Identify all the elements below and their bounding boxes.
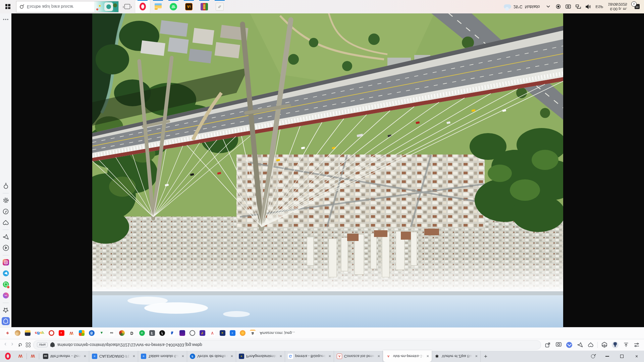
bookmark-youtube[interactable]: ▸ xyxy=(59,330,64,336)
tab-close-icon[interactable]: × xyxy=(474,354,478,359)
tab-google-search[interactable]: G pereira - Búsqueda de × xyxy=(285,351,334,362)
bookmark-favicon[interactable]: ≡ xyxy=(230,330,235,336)
my-flow-icon[interactable] xyxy=(576,343,584,348)
profile-avatar[interactable] xyxy=(611,342,619,348)
forward-button[interactable]: › xyxy=(10,342,14,348)
back-button[interactable]: ‹ xyxy=(3,342,7,348)
url-text[interactable]: arriendo.com/wp-content/uploads/2021/11/… xyxy=(57,343,202,347)
bookmark-favicon[interactable] xyxy=(25,330,31,336)
settings-gear-icon[interactable] xyxy=(2,196,10,204)
messenger-icon[interactable] xyxy=(2,292,10,300)
tray-display-icon[interactable] xyxy=(563,0,573,13)
tray-record-icon[interactable] xyxy=(553,0,563,13)
my-flow-plane-icon[interactable] xyxy=(2,233,10,241)
tab-close-icon[interactable]: × xyxy=(279,354,283,359)
image-viewer[interactable] xyxy=(11,13,644,327)
star-icon[interactable] xyxy=(2,306,10,314)
bookmark-heart-icon[interactable] xyxy=(587,343,595,348)
snapshot-camera-icon[interactable] xyxy=(554,343,562,348)
search-highlight-art[interactable] xyxy=(94,1,118,12)
history-clock-icon[interactable] xyxy=(2,207,10,216)
taskbar-app-file-explorer[interactable] xyxy=(150,0,166,13)
task-view-button[interactable] xyxy=(119,0,135,13)
start-page-icon[interactable] xyxy=(26,343,31,347)
player-icon[interactable] xyxy=(2,244,10,252)
pinned-tab-wplay-2[interactable]: W xyxy=(28,351,38,362)
bookmark-ebay[interactable]: eBay xyxy=(35,331,44,335)
bookmark-drive[interactable]: ▲ xyxy=(99,330,105,336)
opera-menu-button[interactable] xyxy=(0,351,15,362)
tab-close-icon[interactable]: × xyxy=(426,354,430,359)
bookmark-favicon[interactable]: uc xyxy=(109,330,115,336)
tab-close-icon[interactable]: × xyxy=(181,354,185,359)
action-center-button[interactable]: 1 xyxy=(630,0,644,13)
crypto-wallet-icon[interactable] xyxy=(600,342,608,348)
maximize-button[interactable] xyxy=(614,351,629,362)
taskbar-app-opera[interactable] xyxy=(135,0,150,13)
tab-close-icon[interactable]: × xyxy=(377,354,381,359)
bookmark-favicon[interactable]: V xyxy=(210,330,215,336)
bookmark-favicon[interactable]: F xyxy=(149,330,155,336)
taskbar-app-illustrator[interactable]: Ai xyxy=(181,0,197,13)
start-button[interactable] xyxy=(0,0,15,13)
language-indicator[interactable]: ESP xyxy=(593,5,605,9)
taskbar-app-paint[interactable]: ✎ xyxy=(212,0,227,13)
taskbar-clock[interactable]: 6:00 p. m. 18/08/2025 xyxy=(605,2,630,12)
taskbar-search[interactable]: Escribe aquí para buscar xyxy=(16,1,119,12)
downloads-icon[interactable] xyxy=(622,342,630,348)
easy-setup-icon[interactable] xyxy=(633,343,641,347)
whatsapp-icon[interactable] xyxy=(2,281,10,289)
bookmark-disney[interactable]: D xyxy=(129,330,135,336)
site-shield-icon[interactable] xyxy=(50,343,55,348)
aria-ai-icon[interactable] xyxy=(565,342,573,348)
bookmarks-heart-icon[interactable] xyxy=(2,219,10,227)
pinned-tab-wplay-1[interactable]: W xyxy=(15,351,25,362)
tab-conozca[interactable]: A Conozca los beneficio × xyxy=(334,351,383,362)
bookmark-favicon[interactable]: « xyxy=(220,330,225,336)
bookmark-chess[interactable]: ♞ xyxy=(169,330,175,336)
tab-close-icon[interactable]: × xyxy=(83,354,87,359)
bookmark-wplay[interactable]: W xyxy=(69,330,74,336)
instagram-icon[interactable] xyxy=(2,258,10,266)
tab-vector[interactable]: F Vector de diseño de pa × xyxy=(187,351,236,362)
tab-wetransfer[interactable]: we WeTransfer - Send La × xyxy=(40,351,89,362)
weather-widget[interactable]: 26°C Nublado xyxy=(500,0,543,13)
bookmark-favicon[interactable] xyxy=(179,330,185,336)
vpn-badge[interactable]: VPN xyxy=(37,343,48,348)
tab-vivir-en-pereira-active[interactable]: A vivir-en-pereira-1400x × xyxy=(383,351,432,362)
bookmark-favicon-tiger[interactable] xyxy=(15,330,20,336)
tab-close-icon[interactable]: × xyxy=(328,354,332,359)
tab-tablas[interactable]: ≡ Tablas modulo 6.docx × xyxy=(138,351,187,362)
tab-close-icon[interactable]: × xyxy=(230,354,234,359)
bookmark-amazon-label[interactable]: Amazon.com: jueg... xyxy=(260,331,295,335)
tab-news[interactable]: ✱ Vuelve el Zipa Burger × xyxy=(432,351,481,362)
bookmark-favicon[interactable] xyxy=(240,330,246,336)
bookmark-amazon[interactable]: a xyxy=(250,330,256,337)
telegram-icon[interactable] xyxy=(2,269,10,278)
bookmark-clock[interactable] xyxy=(190,330,195,336)
tray-network-icon[interactable] xyxy=(573,0,583,13)
search-tabs-icon[interactable] xyxy=(586,351,600,362)
send-to-flow-icon[interactable] xyxy=(544,342,552,348)
bookmark-favicon[interactable] xyxy=(49,330,54,336)
bookmark-favicon[interactable]: B xyxy=(89,330,95,336)
bookmark-microsoft[interactable] xyxy=(79,330,85,336)
reload-button[interactable]: ↻ xyxy=(17,343,23,348)
volume-icon[interactable] xyxy=(583,0,593,13)
hidden-icons-chevron[interactable] xyxy=(543,0,553,13)
taskbar-app-winrar[interactable] xyxy=(197,0,212,13)
bookmark-favicon[interactable]: e xyxy=(5,330,10,336)
sidebar-setup-dots-icon[interactable] xyxy=(2,15,10,23)
lightbulb-icon[interactable] xyxy=(2,182,10,190)
bookmark-favicon[interactable]: f xyxy=(159,330,165,336)
close-button[interactable]: × xyxy=(629,351,644,362)
bookmark-spotify[interactable]: ≈ xyxy=(139,330,145,336)
bookmark-favicon[interactable]: ϟ xyxy=(200,330,205,336)
minimize-button[interactable] xyxy=(600,351,614,362)
tab-calendario[interactable]: ≡ CALENDARIO FECHAS × xyxy=(89,351,138,362)
taskbar-app-spotify[interactable] xyxy=(166,0,181,13)
tab-close-icon[interactable]: × xyxy=(132,354,136,359)
new-tab-button[interactable]: + xyxy=(481,351,491,362)
url-field[interactable]: VPN arriendo.com/wp-content/uploads/2021… xyxy=(33,340,541,350)
bookmark-favicon-parrot[interactable] xyxy=(119,330,125,336)
